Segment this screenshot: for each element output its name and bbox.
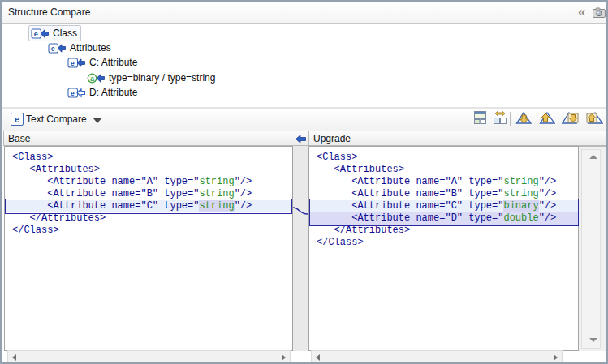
code-line: <Attribute name="A" type="string"/> xyxy=(5,176,292,188)
tree-item-class[interactable]: eClass xyxy=(28,25,81,41)
left-horizontal-scrollbar[interactable] xyxy=(7,350,291,363)
tree-item-label: C: Attribute xyxy=(89,57,137,68)
e-solid-arrow-icon: e xyxy=(67,58,85,68)
scroll-left-icon[interactable] xyxy=(12,354,16,361)
code-line: </Attributes> xyxy=(5,212,292,225)
scroll-right-icon[interactable] xyxy=(282,354,286,361)
a-solid-arrow-icon: a xyxy=(87,73,105,84)
tree-item-type-binary-type-string[interactable]: atype=binary / type=string xyxy=(87,71,215,85)
direction-indicator xyxy=(292,131,309,146)
scroll-left-icon[interactable] xyxy=(316,354,320,361)
base-code-pane[interactable]: <Class> <Attributes> <Attribute name="A"… xyxy=(4,146,292,351)
code-line: </Class> xyxy=(5,225,292,237)
tree-item-label: type=binary / type=string xyxy=(109,72,215,84)
code-line: <Class> xyxy=(309,152,578,164)
collapse-all-icon[interactable]: « xyxy=(578,5,585,19)
e-hollow-arrow-icon: e xyxy=(67,88,85,98)
code-line: <Attribute name="D" type="double"/> xyxy=(309,212,578,225)
scroll-down-icon[interactable] xyxy=(589,338,597,342)
side-by-side-view-icon[interactable] xyxy=(493,111,511,127)
tree-item-attributes[interactable]: eAttributes xyxy=(48,41,111,55)
vertical-scrollbar[interactable] xyxy=(581,149,601,349)
code-line: <Attributes> xyxy=(309,164,578,176)
code-line: <Attribute name="B" type="string"/> xyxy=(5,188,292,200)
code-line: <Attributes> xyxy=(5,164,292,176)
copy-left-arrow-icon xyxy=(295,135,306,143)
structure-compare-header: Structure Compare « xyxy=(2,2,606,24)
text-editor-icon: e xyxy=(11,113,24,126)
tree-item-c-attribute[interactable]: eC: Attribute xyxy=(67,55,137,70)
upgrade-code-pane[interactable]: <Class> <Attributes> <Attribute name="A"… xyxy=(308,146,579,351)
code-line: <Attribute name="C" type="string"/> xyxy=(5,200,292,212)
tree-item-label: Attributes xyxy=(70,42,111,54)
right-pane-title: Upgrade xyxy=(313,133,351,144)
svg-text:e: e xyxy=(71,58,75,66)
scroll-right-icon[interactable] xyxy=(554,354,558,361)
code-line: <Class> xyxy=(5,152,292,164)
right-pane-header: Upgrade xyxy=(308,131,606,146)
e-solid-arrow-icon: e xyxy=(31,28,49,39)
svg-text:e: e xyxy=(51,44,55,52)
compare-editor-window: Structure Compare « eClasseAttributeseC:… xyxy=(0,0,608,364)
svg-text:e: e xyxy=(34,29,38,37)
diff-connector-strip xyxy=(292,146,308,351)
text-compare-title: Text Compare xyxy=(26,113,87,125)
right-horizontal-scrollbar[interactable] xyxy=(311,350,563,363)
previous-difference-icon[interactable] xyxy=(537,111,555,127)
toolbar-separator xyxy=(510,112,511,126)
code-line: </Attributes> xyxy=(309,225,578,237)
tree-item-label: D: Attribute xyxy=(89,87,137,98)
previous-change-icon[interactable] xyxy=(585,111,603,127)
scroll-up-icon[interactable] xyxy=(589,155,597,159)
left-pane-header: Base xyxy=(3,131,293,146)
code-line: <Attribute name="B" type="string"/> xyxy=(309,188,578,200)
structure-compare-tree[interactable]: eClasseAttributeseC: Attributeatype=bina… xyxy=(2,24,606,107)
svg-text:a: a xyxy=(90,74,94,82)
diff-connector-curve xyxy=(293,201,308,225)
code-line: </Class> xyxy=(309,237,578,249)
code-line: <Attribute name="C" type="binary"/> xyxy=(309,200,578,212)
next-change-icon[interactable] xyxy=(562,111,580,127)
left-pane-title: Base xyxy=(8,133,30,144)
e-solid-arrow-icon: e xyxy=(48,43,66,54)
tree-item-d-attribute[interactable]: eD: Attribute xyxy=(67,85,137,100)
stacked-view-icon[interactable] xyxy=(473,111,491,127)
text-compare-toolbar: e Text Compare xyxy=(2,109,606,131)
camera-icon[interactable] xyxy=(593,6,606,21)
svg-text:e: e xyxy=(71,88,75,96)
tree-item-label: Class xyxy=(53,28,77,39)
next-difference-icon[interactable] xyxy=(515,111,533,127)
viewer-dropdown-icon[interactable] xyxy=(93,118,101,123)
structure-compare-title: Structure Compare xyxy=(8,6,90,18)
code-line: <Attribute name="A" type="string"/> xyxy=(309,176,578,188)
